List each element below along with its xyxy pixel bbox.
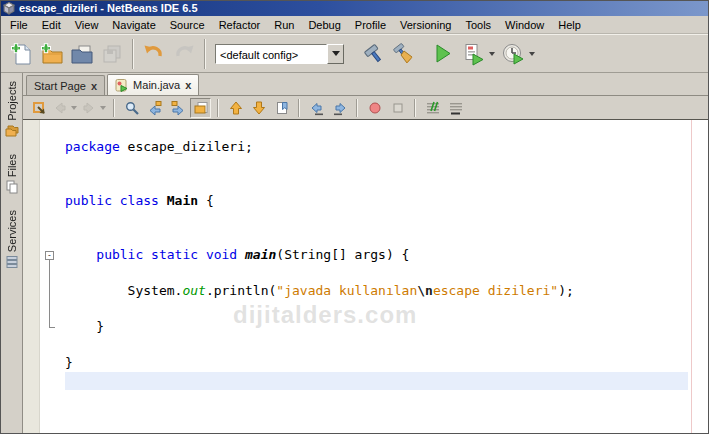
tab-label: Main.java (133, 79, 180, 91)
tab-start-page[interactable]: Start Page x (26, 75, 105, 95)
menu-item-help[interactable]: Help (551, 17, 588, 33)
close-icon[interactable]: x (185, 80, 191, 90)
find-previous-button[interactable] (144, 98, 165, 118)
left-sidebar-rail: Projects Files Services (1, 73, 23, 434)
code-fold-collapse-icon[interactable]: - (45, 251, 54, 260)
last-edit-location-icon (31, 100, 47, 116)
sidebar-tab-label: Services (6, 210, 18, 252)
code-line[interactable] (65, 210, 708, 228)
toolbar-separator (113, 99, 115, 117)
files-icon (5, 180, 19, 194)
code-lines[interactable]: package escape_dizileri;public class Mai… (65, 138, 708, 390)
menu-item-profile[interactable]: Profile (348, 17, 393, 33)
code-line[interactable]: public static void main(String[] args) { (65, 246, 708, 264)
config-selector-value: <default config> (215, 44, 327, 64)
toggle-bookmark-icon (274, 100, 290, 116)
config-selector[interactable]: <default config> (215, 44, 344, 64)
find-next-button[interactable] (167, 98, 188, 118)
new-file-button[interactable] (7, 38, 37, 70)
code-line[interactable] (65, 300, 708, 318)
menu-item-edit[interactable]: Edit (35, 17, 68, 33)
last-edit-location-button[interactable] (28, 98, 49, 118)
code-fold-line (49, 260, 55, 328)
redo-button[interactable] (169, 38, 199, 70)
code-line[interactable] (65, 228, 708, 246)
main-toolbar: <default config> (1, 34, 708, 73)
build-project-button[interactable] (358, 38, 388, 70)
shift-line-right-button[interactable] (329, 98, 350, 118)
shift-line-left-icon (309, 100, 325, 116)
next-bookmark-button[interactable] (248, 98, 269, 118)
stop-macro-recording-icon (390, 100, 406, 116)
toolbar-separator (132, 39, 134, 69)
stop-macro-recording-button[interactable] (387, 98, 408, 118)
run-project-button[interactable] (428, 38, 458, 70)
toggle-highlight-search-icon (193, 100, 209, 116)
menu-item-debug[interactable]: Debug (301, 17, 347, 33)
caret-down-icon (100, 106, 106, 110)
find-selection-button[interactable] (121, 98, 142, 118)
back-button[interactable] (51, 98, 78, 118)
forward-button[interactable] (80, 98, 107, 118)
toolbar-separator (298, 99, 300, 117)
tab-main-java[interactable]: Main.java x (107, 74, 199, 95)
profile-project-button[interactable] (498, 38, 538, 70)
new-project-button[interactable] (37, 38, 67, 70)
comment-icon (425, 100, 441, 116)
previous-bookmark-button[interactable] (225, 98, 246, 118)
document-tab-bar: Start Page x Main.java x (23, 73, 708, 96)
sidebar-tab-label: Projects (6, 81, 18, 121)
code-line[interactable] (65, 174, 708, 192)
code-line[interactable]: System.out.println("javada kullanılan\ne… (65, 282, 708, 300)
title-bar[interactable]: escape_dizileri - NetBeans IDE 6.5 (1, 1, 708, 16)
services-icon (5, 255, 19, 269)
undo-icon (142, 42, 166, 66)
toggle-bookmark-button[interactable] (271, 98, 292, 118)
sidebar-tab-label: Files (6, 154, 18, 177)
menu-item-view[interactable]: View (68, 17, 106, 33)
code-line[interactable]: public class Main { (65, 192, 708, 210)
save-all-button[interactable] (97, 38, 127, 70)
redo-icon (172, 42, 196, 66)
start-macro-recording-button[interactable] (364, 98, 385, 118)
code-line[interactable]: } (65, 354, 708, 372)
code-line[interactable] (65, 372, 708, 390)
open-project-button[interactable] (67, 38, 97, 70)
code-line[interactable] (65, 336, 708, 354)
menu-item-run[interactable]: Run (267, 17, 301, 33)
code-line[interactable] (65, 156, 708, 174)
comment-button[interactable] (422, 98, 443, 118)
menu-item-source[interactable]: Source (163, 17, 212, 33)
close-icon[interactable]: x (91, 81, 97, 91)
sidebar-tab-projects[interactable]: Projects (5, 78, 19, 141)
build-hammer-icon (361, 42, 385, 66)
netbeans-cube-icon (3, 2, 15, 15)
projects-icon (5, 124, 19, 138)
netbeans-window: escape_dizileri - NetBeans IDE 6.5 FileE… (0, 0, 709, 434)
uncomment-button[interactable] (445, 98, 466, 118)
config-selector-dropdown-button[interactable] (327, 44, 344, 64)
sidebar-tab-services[interactable]: Services (5, 207, 19, 272)
clean-and-build-project-button[interactable] (388, 38, 418, 70)
menu-item-file[interactable]: File (3, 17, 35, 33)
menu-item-window[interactable]: Window (498, 17, 551, 33)
sidebar-tab-files[interactable]: Files (5, 151, 19, 197)
code-editor[interactable]: - dijitalders.com package escape_diziler… (23, 120, 708, 434)
new-file-icon (10, 42, 34, 66)
undo-button[interactable] (139, 38, 169, 70)
forward-icon (81, 100, 97, 116)
start-macro-recording-icon (367, 100, 383, 116)
menu-item-navigate[interactable]: Navigate (105, 17, 162, 33)
menu-item-versioning[interactable]: Versioning (393, 17, 458, 33)
code-line[interactable]: package escape_dizileri; (65, 138, 708, 156)
editor-gutter (23, 120, 40, 434)
code-line[interactable] (65, 264, 708, 282)
code-line[interactable]: } (65, 318, 708, 336)
toggle-highlight-search-button[interactable] (190, 98, 211, 118)
shift-line-left-button[interactable] (306, 98, 327, 118)
menu-item-tools[interactable]: Tools (458, 17, 498, 33)
debug-project-button[interactable] (458, 38, 498, 70)
find-previous-icon (147, 100, 163, 116)
menu-item-refactor[interactable]: Refactor (212, 17, 268, 33)
find-next-icon (170, 100, 186, 116)
